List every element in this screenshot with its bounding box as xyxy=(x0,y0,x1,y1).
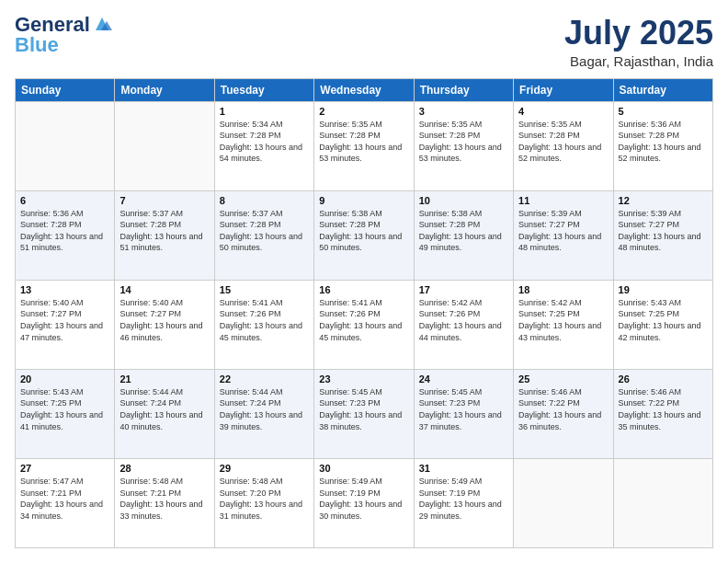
day-number: 10 xyxy=(419,195,508,206)
header: General Blue July 2025 Bagar, Rajasthan,… xyxy=(15,15,713,69)
day-info: Sunrise: 5:39 AMSunset: 7:27 PMDaylight:… xyxy=(619,208,708,254)
calendar-cell: 10Sunrise: 5:38 AMSunset: 7:28 PMDayligh… xyxy=(414,190,513,280)
subtitle: Bagar, Rajasthan, India xyxy=(564,53,713,69)
logo-icon xyxy=(92,14,112,34)
day-number: 21 xyxy=(119,373,209,385)
logo-general: General xyxy=(15,15,90,35)
calendar-cell: 16Sunrise: 5:41 AMSunset: 7:26 PMDayligh… xyxy=(314,280,414,369)
calendar-page: General Blue July 2025 Bagar, Rajasthan,… xyxy=(0,0,728,563)
calendar-cell: 18Sunrise: 5:42 AMSunset: 7:25 PMDayligh… xyxy=(514,280,613,369)
main-title: July 2025 xyxy=(564,15,713,52)
day-number: 28 xyxy=(119,463,209,474)
calendar-cell: 1Sunrise: 5:34 AMSunset: 7:28 PMDaylight… xyxy=(214,101,313,190)
calendar-cell: 30Sunrise: 5:49 AMSunset: 7:19 PMDayligh… xyxy=(314,458,414,547)
calendar-week-row: 6Sunrise: 5:36 AMSunset: 7:28 PMDaylight… xyxy=(16,190,713,280)
day-info: Sunrise: 5:48 AMSunset: 7:21 PMDaylight:… xyxy=(119,476,209,522)
weekday-header-monday: Monday xyxy=(115,78,214,101)
calendar-cell: 23Sunrise: 5:45 AMSunset: 7:23 PMDayligh… xyxy=(314,369,414,458)
day-info: Sunrise: 5:49 AMSunset: 7:19 PMDaylight:… xyxy=(319,476,408,522)
day-info: Sunrise: 5:41 AMSunset: 7:26 PMDaylight:… xyxy=(220,297,309,343)
day-number: 23 xyxy=(319,373,408,385)
day-number: 4 xyxy=(518,106,608,117)
day-info: Sunrise: 5:38 AMSunset: 7:28 PMDaylight:… xyxy=(419,208,508,254)
calendar-week-row: 1Sunrise: 5:34 AMSunset: 7:28 PMDaylight… xyxy=(16,101,713,190)
calendar-cell: 20Sunrise: 5:43 AMSunset: 7:25 PMDayligh… xyxy=(16,369,115,458)
calendar-cell xyxy=(514,458,613,547)
day-info: Sunrise: 5:42 AMSunset: 7:26 PMDaylight:… xyxy=(419,297,508,343)
day-info: Sunrise: 5:49 AMSunset: 7:19 PMDaylight:… xyxy=(419,476,508,522)
day-info: Sunrise: 5:35 AMSunset: 7:28 PMDaylight:… xyxy=(319,119,408,165)
weekday-header-wednesday: Wednesday xyxy=(314,78,414,101)
day-info: Sunrise: 5:43 AMSunset: 7:25 PMDaylight:… xyxy=(619,297,708,343)
calendar-cell xyxy=(115,101,214,190)
calendar-cell: 29Sunrise: 5:48 AMSunset: 7:20 PMDayligh… xyxy=(214,458,313,547)
calendar-cell: 14Sunrise: 5:40 AMSunset: 7:27 PMDayligh… xyxy=(115,280,214,369)
day-number: 2 xyxy=(319,106,408,117)
calendar-header-row: SundayMondayTuesdayWednesdayThursdayFrid… xyxy=(16,78,713,101)
day-info: Sunrise: 5:37 AMSunset: 7:28 PMDaylight:… xyxy=(220,208,309,254)
day-number: 31 xyxy=(419,463,508,474)
day-info: Sunrise: 5:44 AMSunset: 7:24 PMDaylight:… xyxy=(119,386,209,432)
calendar-cell: 11Sunrise: 5:39 AMSunset: 7:27 PMDayligh… xyxy=(514,190,613,280)
day-info: Sunrise: 5:40 AMSunset: 7:27 PMDaylight:… xyxy=(119,297,209,343)
calendar-cell: 15Sunrise: 5:41 AMSunset: 7:26 PMDayligh… xyxy=(214,280,313,369)
weekday-header-tuesday: Tuesday xyxy=(214,78,313,101)
day-number: 6 xyxy=(20,195,109,206)
day-info: Sunrise: 5:39 AMSunset: 7:27 PMDaylight:… xyxy=(518,208,608,254)
day-info: Sunrise: 5:37 AMSunset: 7:28 PMDaylight:… xyxy=(119,208,209,254)
calendar-cell: 8Sunrise: 5:37 AMSunset: 7:28 PMDaylight… xyxy=(214,190,313,280)
day-info: Sunrise: 5:45 AMSunset: 7:23 PMDaylight:… xyxy=(319,386,408,432)
calendar-week-row: 27Sunrise: 5:47 AMSunset: 7:21 PMDayligh… xyxy=(16,458,713,547)
calendar-cell: 25Sunrise: 5:46 AMSunset: 7:22 PMDayligh… xyxy=(514,369,613,458)
day-info: Sunrise: 5:46 AMSunset: 7:22 PMDaylight:… xyxy=(518,386,608,432)
day-number: 11 xyxy=(518,195,608,206)
calendar-cell: 26Sunrise: 5:46 AMSunset: 7:22 PMDayligh… xyxy=(613,369,712,458)
logo-blue: Blue xyxy=(15,35,59,55)
day-number: 18 xyxy=(518,284,608,295)
day-info: Sunrise: 5:35 AMSunset: 7:28 PMDaylight:… xyxy=(419,119,508,165)
day-info: Sunrise: 5:35 AMSunset: 7:28 PMDaylight:… xyxy=(518,119,608,165)
weekday-header-saturday: Saturday xyxy=(613,78,712,101)
calendar-cell xyxy=(613,458,712,547)
day-info: Sunrise: 5:45 AMSunset: 7:23 PMDaylight:… xyxy=(419,386,508,432)
day-number: 29 xyxy=(220,463,309,474)
calendar-cell: 5Sunrise: 5:36 AMSunset: 7:28 PMDaylight… xyxy=(613,101,712,190)
day-number: 25 xyxy=(518,373,608,385)
calendar-week-row: 20Sunrise: 5:43 AMSunset: 7:25 PMDayligh… xyxy=(16,369,713,458)
calendar-cell: 19Sunrise: 5:43 AMSunset: 7:25 PMDayligh… xyxy=(613,280,712,369)
weekday-header-thursday: Thursday xyxy=(414,78,513,101)
day-info: Sunrise: 5:42 AMSunset: 7:25 PMDaylight:… xyxy=(518,297,608,343)
day-number: 13 xyxy=(20,284,109,295)
weekday-header-sunday: Sunday xyxy=(16,78,115,101)
day-info: Sunrise: 5:43 AMSunset: 7:25 PMDaylight:… xyxy=(20,386,109,432)
calendar-cell: 22Sunrise: 5:44 AMSunset: 7:24 PMDayligh… xyxy=(214,369,313,458)
calendar-cell: 13Sunrise: 5:40 AMSunset: 7:27 PMDayligh… xyxy=(16,280,115,369)
calendar-cell: 4Sunrise: 5:35 AMSunset: 7:28 PMDaylight… xyxy=(514,101,613,190)
calendar-week-row: 13Sunrise: 5:40 AMSunset: 7:27 PMDayligh… xyxy=(16,280,713,369)
weekday-header-friday: Friday xyxy=(514,78,613,101)
logo: General Blue xyxy=(15,15,112,55)
day-info: Sunrise: 5:38 AMSunset: 7:28 PMDaylight:… xyxy=(319,208,408,254)
calendar-cell: 24Sunrise: 5:45 AMSunset: 7:23 PMDayligh… xyxy=(414,369,513,458)
calendar-table: SundayMondayTuesdayWednesdayThursdayFrid… xyxy=(15,78,713,548)
day-info: Sunrise: 5:48 AMSunset: 7:20 PMDaylight:… xyxy=(220,476,309,522)
title-block: July 2025 Bagar, Rajasthan, India xyxy=(564,15,713,69)
day-info: Sunrise: 5:46 AMSunset: 7:22 PMDaylight:… xyxy=(619,386,708,432)
calendar-cell: 27Sunrise: 5:47 AMSunset: 7:21 PMDayligh… xyxy=(16,458,115,547)
day-info: Sunrise: 5:34 AMSunset: 7:28 PMDaylight:… xyxy=(220,119,309,165)
day-number: 17 xyxy=(419,284,508,295)
day-number: 3 xyxy=(419,106,508,117)
day-number: 24 xyxy=(419,373,508,385)
calendar-cell: 7Sunrise: 5:37 AMSunset: 7:28 PMDaylight… xyxy=(115,190,214,280)
calendar-cell: 28Sunrise: 5:48 AMSunset: 7:21 PMDayligh… xyxy=(115,458,214,547)
day-number: 14 xyxy=(119,284,209,295)
day-number: 26 xyxy=(619,373,708,385)
day-number: 20 xyxy=(20,373,109,385)
day-number: 27 xyxy=(20,463,109,474)
day-info: Sunrise: 5:44 AMSunset: 7:24 PMDaylight:… xyxy=(220,386,309,432)
calendar-cell: 17Sunrise: 5:42 AMSunset: 7:26 PMDayligh… xyxy=(414,280,513,369)
day-info: Sunrise: 5:36 AMSunset: 7:28 PMDaylight:… xyxy=(619,119,708,165)
day-number: 9 xyxy=(319,195,408,206)
calendar-cell xyxy=(16,101,115,190)
day-number: 19 xyxy=(619,284,708,295)
